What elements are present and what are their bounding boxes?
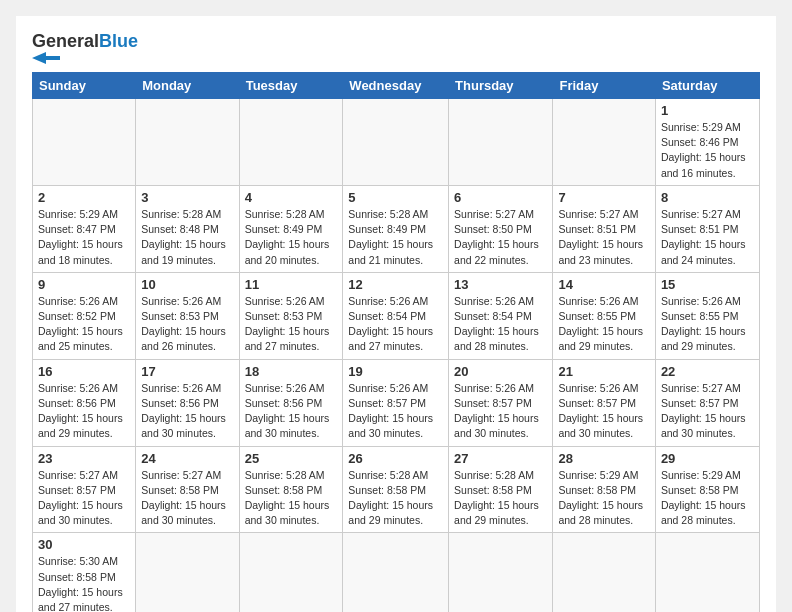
calendar-cell: 5Sunrise: 5:28 AM Sunset: 8:49 PM Daylig…: [343, 185, 449, 272]
day-number: 10: [141, 277, 233, 292]
day-info: Sunrise: 5:28 AM Sunset: 8:58 PM Dayligh…: [348, 468, 443, 529]
day-info: Sunrise: 5:26 AM Sunset: 8:56 PM Dayligh…: [141, 381, 233, 442]
logo-text: GeneralBlue: [32, 32, 138, 50]
day-number: 22: [661, 364, 754, 379]
calendar-cell: 15Sunrise: 5:26 AM Sunset: 8:55 PM Dayli…: [655, 272, 759, 359]
logo-blue: Blue: [99, 31, 138, 51]
day-number: 16: [38, 364, 130, 379]
calendar-cell: 14Sunrise: 5:26 AM Sunset: 8:55 PM Dayli…: [553, 272, 655, 359]
calendar-cell: 13Sunrise: 5:26 AM Sunset: 8:54 PM Dayli…: [449, 272, 553, 359]
page-header: GeneralBlue: [32, 32, 760, 64]
day-number: 6: [454, 190, 547, 205]
calendar-cell: [343, 533, 449, 612]
day-info: Sunrise: 5:29 AM Sunset: 8:47 PM Dayligh…: [38, 207, 130, 268]
day-number: 19: [348, 364, 443, 379]
day-info: Sunrise: 5:29 AM Sunset: 8:58 PM Dayligh…: [558, 468, 649, 529]
weekday-header-row: SundayMondayTuesdayWednesdayThursdayFrid…: [33, 73, 760, 99]
calendar-week-0: 1Sunrise: 5:29 AM Sunset: 8:46 PM Daylig…: [33, 99, 760, 186]
weekday-header-saturday: Saturday: [655, 73, 759, 99]
weekday-header-thursday: Thursday: [449, 73, 553, 99]
weekday-header-tuesday: Tuesday: [239, 73, 343, 99]
calendar-cell: 1Sunrise: 5:29 AM Sunset: 8:46 PM Daylig…: [655, 99, 759, 186]
calendar-week-3: 16Sunrise: 5:26 AM Sunset: 8:56 PM Dayli…: [33, 359, 760, 446]
day-number: 21: [558, 364, 649, 379]
calendar-cell: 21Sunrise: 5:26 AM Sunset: 8:57 PM Dayli…: [553, 359, 655, 446]
day-number: 9: [38, 277, 130, 292]
calendar-cell: 10Sunrise: 5:26 AM Sunset: 8:53 PM Dayli…: [136, 272, 239, 359]
day-info: Sunrise: 5:28 AM Sunset: 8:58 PM Dayligh…: [245, 468, 338, 529]
day-number: 14: [558, 277, 649, 292]
day-info: Sunrise: 5:27 AM Sunset: 8:50 PM Dayligh…: [454, 207, 547, 268]
day-info: Sunrise: 5:29 AM Sunset: 8:46 PM Dayligh…: [661, 120, 754, 181]
day-number: 26: [348, 451, 443, 466]
day-number: 25: [245, 451, 338, 466]
weekday-header-wednesday: Wednesday: [343, 73, 449, 99]
calendar-week-1: 2Sunrise: 5:29 AM Sunset: 8:47 PM Daylig…: [33, 185, 760, 272]
day-info: Sunrise: 5:27 AM Sunset: 8:58 PM Dayligh…: [141, 468, 233, 529]
day-info: Sunrise: 5:27 AM Sunset: 8:57 PM Dayligh…: [38, 468, 130, 529]
calendar-cell: 20Sunrise: 5:26 AM Sunset: 8:57 PM Dayli…: [449, 359, 553, 446]
day-number: 4: [245, 190, 338, 205]
day-info: Sunrise: 5:27 AM Sunset: 8:51 PM Dayligh…: [558, 207, 649, 268]
svg-marker-0: [32, 52, 60, 64]
logo-general: General: [32, 31, 99, 51]
calendar-cell: 8Sunrise: 5:27 AM Sunset: 8:51 PM Daylig…: [655, 185, 759, 272]
calendar-cell: [239, 533, 343, 612]
day-info: Sunrise: 5:28 AM Sunset: 8:49 PM Dayligh…: [245, 207, 338, 268]
day-number: 29: [661, 451, 754, 466]
logo: GeneralBlue: [32, 32, 138, 64]
calendar-cell: 24Sunrise: 5:27 AM Sunset: 8:58 PM Dayli…: [136, 446, 239, 533]
calendar-cell: 27Sunrise: 5:28 AM Sunset: 8:58 PM Dayli…: [449, 446, 553, 533]
day-info: Sunrise: 5:26 AM Sunset: 8:54 PM Dayligh…: [348, 294, 443, 355]
day-number: 17: [141, 364, 233, 379]
day-number: 12: [348, 277, 443, 292]
day-number: 13: [454, 277, 547, 292]
day-number: 20: [454, 364, 547, 379]
day-info: Sunrise: 5:26 AM Sunset: 8:57 PM Dayligh…: [454, 381, 547, 442]
day-number: 2: [38, 190, 130, 205]
day-info: Sunrise: 5:28 AM Sunset: 8:49 PM Dayligh…: [348, 207, 443, 268]
day-number: 28: [558, 451, 649, 466]
day-number: 15: [661, 277, 754, 292]
calendar-cell: 12Sunrise: 5:26 AM Sunset: 8:54 PM Dayli…: [343, 272, 449, 359]
day-number: 23: [38, 451, 130, 466]
day-info: Sunrise: 5:30 AM Sunset: 8:58 PM Dayligh…: [38, 554, 130, 612]
calendar-cell: 22Sunrise: 5:27 AM Sunset: 8:57 PM Dayli…: [655, 359, 759, 446]
calendar-cell: 4Sunrise: 5:28 AM Sunset: 8:49 PM Daylig…: [239, 185, 343, 272]
calendar-cell: [553, 99, 655, 186]
logo-icon: [32, 52, 60, 64]
calendar-cell: 9Sunrise: 5:26 AM Sunset: 8:52 PM Daylig…: [33, 272, 136, 359]
day-info: Sunrise: 5:26 AM Sunset: 8:55 PM Dayligh…: [558, 294, 649, 355]
day-info: Sunrise: 5:26 AM Sunset: 8:54 PM Dayligh…: [454, 294, 547, 355]
calendar-cell: 29Sunrise: 5:29 AM Sunset: 8:58 PM Dayli…: [655, 446, 759, 533]
calendar-cell: [553, 533, 655, 612]
calendar-cell: 28Sunrise: 5:29 AM Sunset: 8:58 PM Dayli…: [553, 446, 655, 533]
weekday-header-sunday: Sunday: [33, 73, 136, 99]
calendar-cell: 23Sunrise: 5:27 AM Sunset: 8:57 PM Dayli…: [33, 446, 136, 533]
calendar-cell: 25Sunrise: 5:28 AM Sunset: 8:58 PM Dayli…: [239, 446, 343, 533]
calendar-cell: [136, 533, 239, 612]
day-info: Sunrise: 5:28 AM Sunset: 8:48 PM Dayligh…: [141, 207, 233, 268]
day-info: Sunrise: 5:26 AM Sunset: 8:52 PM Dayligh…: [38, 294, 130, 355]
day-number: 8: [661, 190, 754, 205]
calendar-cell: 17Sunrise: 5:26 AM Sunset: 8:56 PM Dayli…: [136, 359, 239, 446]
day-number: 30: [38, 537, 130, 552]
calendar-cell: 7Sunrise: 5:27 AM Sunset: 8:51 PM Daylig…: [553, 185, 655, 272]
calendar-cell: 30Sunrise: 5:30 AM Sunset: 8:58 PM Dayli…: [33, 533, 136, 612]
day-number: 27: [454, 451, 547, 466]
calendar-cell: 6Sunrise: 5:27 AM Sunset: 8:50 PM Daylig…: [449, 185, 553, 272]
calendar-cell: 16Sunrise: 5:26 AM Sunset: 8:56 PM Dayli…: [33, 359, 136, 446]
day-number: 24: [141, 451, 233, 466]
day-info: Sunrise: 5:26 AM Sunset: 8:55 PM Dayligh…: [661, 294, 754, 355]
calendar-cell: 3Sunrise: 5:28 AM Sunset: 8:48 PM Daylig…: [136, 185, 239, 272]
calendar-cell: 19Sunrise: 5:26 AM Sunset: 8:57 PM Dayli…: [343, 359, 449, 446]
calendar-page: GeneralBlue SundayMondayTuesdayWednesday…: [16, 16, 776, 612]
day-info: Sunrise: 5:26 AM Sunset: 8:57 PM Dayligh…: [348, 381, 443, 442]
day-number: 7: [558, 190, 649, 205]
day-info: Sunrise: 5:29 AM Sunset: 8:58 PM Dayligh…: [661, 468, 754, 529]
calendar-week-5: 30Sunrise: 5:30 AM Sunset: 8:58 PM Dayli…: [33, 533, 760, 612]
calendar-cell: 11Sunrise: 5:26 AM Sunset: 8:53 PM Dayli…: [239, 272, 343, 359]
day-number: 18: [245, 364, 338, 379]
calendar-cell: [655, 533, 759, 612]
day-info: Sunrise: 5:28 AM Sunset: 8:58 PM Dayligh…: [454, 468, 547, 529]
